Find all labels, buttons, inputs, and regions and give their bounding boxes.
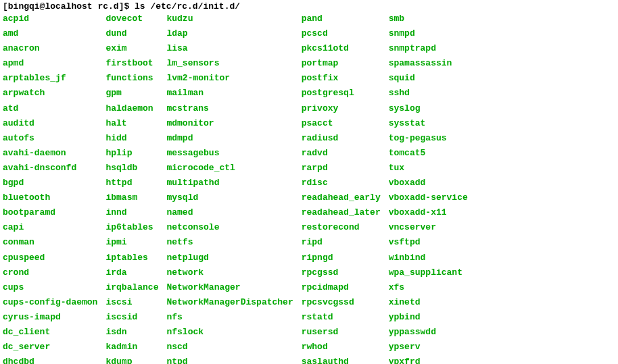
file-entry: rarpd bbox=[302, 161, 381, 176]
file-entry: squid bbox=[389, 71, 468, 86]
file-entry: sshd bbox=[389, 86, 468, 101]
file-entry: rwhod bbox=[302, 340, 381, 355]
file-entry: pkcs11otd bbox=[302, 41, 381, 56]
file-entry: cups bbox=[3, 280, 97, 295]
file-entry: rstatd bbox=[302, 310, 381, 325]
file-entry: dovecot bbox=[105, 11, 158, 26]
file-column-3: pandpcscdpkcs11otdportmappostfixpostgres… bbox=[302, 11, 381, 364]
file-entry: vncserver bbox=[389, 220, 468, 235]
file-entry: radvd bbox=[302, 146, 381, 161]
file-entry: ypbind bbox=[389, 310, 468, 325]
file-entry: iscsid bbox=[105, 310, 158, 325]
file-entry: atd bbox=[3, 101, 97, 116]
file-entry: NetworkManagerDispatcher bbox=[166, 295, 293, 310]
file-entry: yppasswdd bbox=[389, 325, 468, 340]
file-entry: avahi-daemon bbox=[3, 146, 97, 161]
file-entry: mailman bbox=[166, 86, 293, 101]
file-entry: rusersd bbox=[302, 325, 381, 340]
file-entry: vboxadd bbox=[389, 176, 468, 190]
file-entry: dund bbox=[105, 26, 158, 41]
file-entry: ripngd bbox=[302, 251, 381, 265]
file-entry: postgresql bbox=[302, 86, 381, 101]
file-column-2: kudzuldaplisalm_sensorslvm2-monitormailm… bbox=[166, 11, 293, 364]
directory-listing: acpidamdanacronapmdarptables_jfarpwatcha… bbox=[3, 11, 615, 364]
file-entry: bootparamd bbox=[3, 205, 97, 220]
file-entry: sysstat bbox=[389, 116, 468, 131]
file-entry: cpuspeed bbox=[3, 251, 97, 265]
file-entry: vsftpd bbox=[389, 235, 468, 250]
file-entry: microcode_ctl bbox=[166, 161, 293, 176]
file-entry: acpid bbox=[3, 11, 97, 26]
file-entry: wpa_supplicant bbox=[389, 265, 468, 280]
file-entry: pcscd bbox=[302, 26, 381, 41]
file-entry: pand bbox=[302, 11, 381, 26]
file-entry: iscsi bbox=[105, 295, 158, 310]
file-entry: haldaemon bbox=[105, 101, 158, 116]
file-column-1: dovecotdundeximfirstbootfunctionsgpmhald… bbox=[105, 11, 158, 364]
file-entry: NetworkManager bbox=[166, 280, 293, 295]
file-entry: bluetooth bbox=[3, 190, 97, 205]
file-entry: rpcidmapd bbox=[302, 280, 381, 295]
file-entry: messagebus bbox=[166, 146, 293, 161]
file-entry: winbind bbox=[389, 251, 468, 265]
file-entry: innd bbox=[105, 205, 158, 220]
file-entry: tog-pegasus bbox=[389, 131, 468, 146]
file-entry: autofs bbox=[3, 131, 97, 146]
file-entry: lisa bbox=[166, 41, 293, 56]
file-entry: ldap bbox=[166, 26, 293, 41]
file-entry: postfix bbox=[302, 71, 381, 86]
file-entry: nfs bbox=[166, 310, 293, 325]
file-entry: vboxadd-x11 bbox=[389, 205, 468, 220]
file-entry: mdmpd bbox=[166, 131, 293, 146]
file-entry: crond bbox=[3, 265, 97, 280]
file-entry: smb bbox=[389, 11, 468, 26]
file-entry: conman bbox=[3, 235, 97, 250]
file-entry: cups-config-daemon bbox=[3, 295, 97, 310]
file-entry: saslauthd bbox=[302, 355, 381, 364]
file-entry: functions bbox=[105, 71, 158, 86]
file-entry: apmd bbox=[3, 56, 97, 71]
file-entry: kudzu bbox=[166, 11, 293, 26]
file-entry: auditd bbox=[3, 116, 97, 131]
file-entry: readahead_later bbox=[302, 205, 381, 220]
file-entry: dc_server bbox=[3, 340, 97, 355]
file-entry: kdump bbox=[105, 355, 158, 364]
file-entry: multipathd bbox=[166, 176, 293, 190]
file-entry: nscd bbox=[166, 340, 293, 355]
file-entry: network bbox=[166, 265, 293, 280]
file-entry: mcstrans bbox=[166, 101, 293, 116]
file-entry: httpd bbox=[105, 176, 158, 190]
file-entry: anacron bbox=[3, 41, 97, 56]
file-entry: ripd bbox=[302, 235, 381, 250]
file-entry: netfs bbox=[166, 235, 293, 250]
file-entry: lm_sensors bbox=[166, 56, 293, 71]
file-entry: hsqldb bbox=[105, 161, 158, 176]
file-entry: named bbox=[166, 205, 293, 220]
file-entry: irda bbox=[105, 265, 158, 280]
file-entry: rpcgssd bbox=[302, 265, 381, 280]
file-entry: spamassassin bbox=[389, 56, 468, 71]
file-entry: gpm bbox=[105, 86, 158, 101]
file-entry: capi bbox=[3, 220, 97, 235]
file-entry: psacct bbox=[302, 116, 381, 131]
file-entry: netconsole bbox=[166, 220, 293, 235]
file-entry: privoxy bbox=[302, 101, 381, 116]
file-entry: mysqld bbox=[166, 190, 293, 205]
file-entry: iptables bbox=[105, 251, 158, 265]
file-entry: tomcat5 bbox=[389, 146, 468, 161]
file-entry: ibmasm bbox=[105, 190, 158, 205]
file-entry: arptables_jf bbox=[3, 71, 97, 86]
shell-command: ls /etc/rc.d/init.d/ bbox=[135, 1, 240, 11]
file-entry: portmap bbox=[302, 56, 381, 71]
file-column-4: smbsnmpdsnmptrapdspamassassinsquidsshdsy… bbox=[389, 11, 468, 364]
file-entry: ip6tables bbox=[105, 220, 158, 235]
file-entry: halt bbox=[105, 116, 158, 131]
file-entry: bgpd bbox=[3, 176, 97, 190]
file-entry: mdmonitor bbox=[166, 116, 293, 131]
file-entry: syslog bbox=[389, 101, 468, 116]
file-entry: rpcsvcgssd bbox=[302, 295, 381, 310]
file-entry: snmptrapd bbox=[389, 41, 468, 56]
file-entry: ypserv bbox=[389, 340, 468, 355]
file-entry: ipmi bbox=[105, 235, 158, 250]
file-entry: vboxadd-service bbox=[389, 190, 468, 205]
